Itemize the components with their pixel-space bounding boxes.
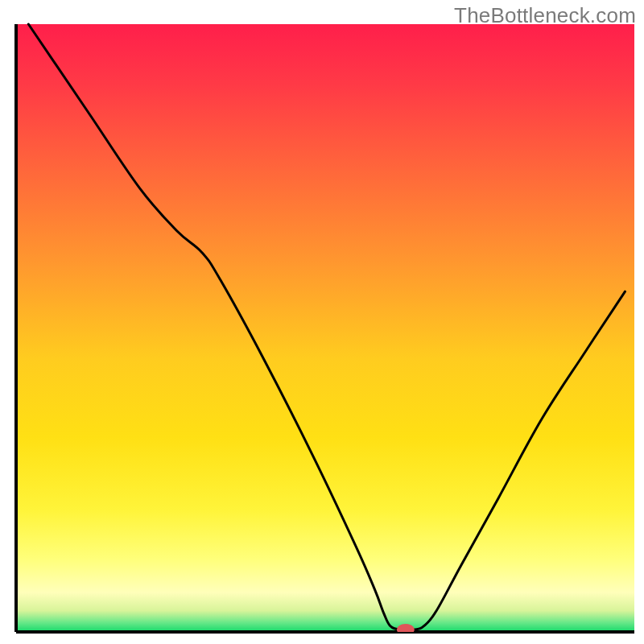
- chart-stage: TheBottleneck.com: [0, 0, 644, 644]
- gradient-background: [16, 24, 634, 632]
- chart-svg: [0, 0, 644, 644]
